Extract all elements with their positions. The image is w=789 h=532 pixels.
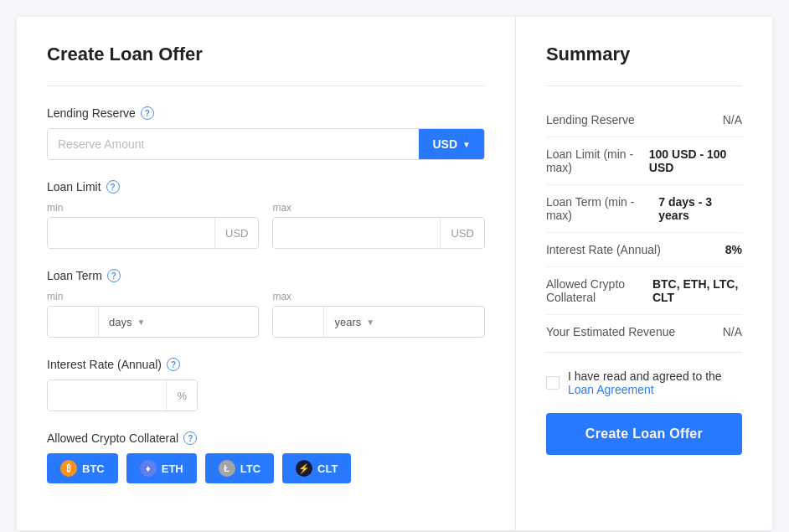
left-panel: Create Loan Offer Lending Reserve ? USD … xyxy=(17,17,516,530)
lending-reserve-section: Lending Reserve ? USD ▼ xyxy=(47,106,485,160)
agreement-checkbox[interactable] xyxy=(546,376,560,390)
eth-coin-icon: ♦ xyxy=(140,460,157,477)
summary-row: Interest Rate (Annual)8% xyxy=(546,233,742,267)
summary-row: Loan Term (min - max)7 days - 3 years xyxy=(546,185,742,233)
loan-agreement-link[interactable]: Loan Agreement xyxy=(568,383,654,396)
summary-key: Interest Rate (Annual) xyxy=(546,243,661,256)
collateral-btn-btc[interactable]: ₿BTC xyxy=(47,453,118,483)
summary-value: 100 USD - 100 USD xyxy=(649,147,742,174)
lending-reserve-help-icon[interactable]: ? xyxy=(141,106,154,120)
loan-term-min-input-group: 7 days ▼ xyxy=(47,306,259,338)
summary-row: Your Estimated RevenueN/A xyxy=(546,315,742,349)
loan-limit-max-field: max 100 USD xyxy=(272,202,484,249)
summary-value: 7 days - 3 years xyxy=(658,195,742,222)
agreement-row: I have read and agreed to the Loan Agree… xyxy=(546,369,742,396)
loan-term-min-label: min xyxy=(47,291,259,302)
summary-row: Loan Limit (min - max)100 USD - 100 USD xyxy=(546,137,742,185)
summary-key: Allowed Crypto Collateral xyxy=(546,277,652,304)
loan-limit-min-input[interactable]: 100 xyxy=(48,218,214,248)
right-panel: Summary Lending ReserveN/ALoan Limit (mi… xyxy=(516,17,772,530)
loan-term-help-icon[interactable]: ? xyxy=(107,269,121,282)
loan-term-label: Loan Term ? xyxy=(47,269,485,282)
summary-key: Loan Limit (min - max) xyxy=(546,147,649,174)
loan-term-min-input[interactable]: 7 xyxy=(48,307,98,337)
loan-limit-min-suffix: USD xyxy=(214,218,258,248)
loan-term-min-unit-dropdown[interactable]: days ▼ xyxy=(98,307,155,337)
top-divider xyxy=(47,85,485,86)
loan-term-max-label: max xyxy=(272,291,484,302)
summary-value: N/A xyxy=(723,325,742,338)
summary-value: BTC, ETH, LTC, CLT xyxy=(652,277,742,304)
loan-limit-min-field: min 100 USD xyxy=(47,202,259,249)
summary-key: Your Estimated Revenue xyxy=(546,325,675,338)
loan-term-row: min 7 days ▼ max 3 years xyxy=(47,291,485,338)
loan-limit-max-input-group: 100 USD xyxy=(272,217,484,249)
summary-value: N/A xyxy=(723,113,742,127)
summary-bottom-divider xyxy=(546,352,742,353)
ltc-coin-icon: Ł xyxy=(219,460,235,477)
loan-limit-max-suffix: USD xyxy=(440,218,483,248)
loan-limit-help-icon[interactable]: ? xyxy=(106,180,120,194)
chevron-down-icon: ▼ xyxy=(366,318,374,327)
page-title: Create Loan Offer xyxy=(47,44,485,65)
loan-term-min-field: min 7 days ▼ xyxy=(47,291,259,338)
collateral-btn-ltc[interactable]: ŁLTC xyxy=(205,453,274,483)
loan-limit-min-input-group: 100 USD xyxy=(47,217,259,249)
loan-limit-max-input[interactable]: 100 xyxy=(273,218,440,248)
collateral-buttons: ₿BTC♦ETHŁLTC⚡CLT xyxy=(47,453,485,483)
loan-limit-min-label: min xyxy=(47,202,259,214)
interest-rate-input-group: 8 % xyxy=(47,380,198,411)
summary-row: Lending ReserveN/A xyxy=(546,103,742,137)
interest-rate-suffix: % xyxy=(166,380,197,411)
loan-limit-max-label: max xyxy=(272,202,484,214)
summary-key: Lending Reserve xyxy=(546,113,635,127)
collateral-section: Allowed Crypto Collateral ? ₿BTC♦ETHŁLTC… xyxy=(47,431,485,483)
loan-limit-label: Loan Limit ? xyxy=(47,180,485,194)
reserve-amount-input[interactable] xyxy=(48,129,419,159)
chevron-down-icon: ▼ xyxy=(462,140,471,149)
loan-term-max-unit-dropdown[interactable]: years ▼ xyxy=(323,307,384,337)
collateral-btn-eth[interactable]: ♦ETH xyxy=(126,453,197,483)
lending-reserve-input-group: USD ▼ xyxy=(47,128,485,160)
summary-divider xyxy=(546,85,742,86)
chevron-down-icon: ▼ xyxy=(137,318,145,327)
summary-key: Loan Term (min - max) xyxy=(546,195,658,222)
loan-term-max-input-group: 3 years ▼ xyxy=(272,306,484,338)
app-container: Create Loan Offer Lending Reserve ? USD … xyxy=(17,17,772,530)
summary-row: Allowed Crypto CollateralBTC, ETH, LTC, … xyxy=(546,267,742,315)
create-loan-offer-button[interactable]: Create Loan Offer xyxy=(546,413,742,455)
btc-coin-icon: ₿ xyxy=(60,460,77,477)
interest-rate-input[interactable]: 8 xyxy=(48,380,166,411)
loan-limit-row: min 100 USD max 100 USD xyxy=(47,202,485,249)
summary-rows: Lending ReserveN/ALoan Limit (min - max)… xyxy=(546,103,742,349)
interest-rate-label: Interest Rate (Annual) ? xyxy=(47,358,485,371)
clt-coin-icon: ⚡ xyxy=(296,460,312,477)
summary-value: 8% xyxy=(725,243,742,256)
loan-term-section: Loan Term ? min 7 days ▼ max xyxy=(47,269,485,338)
currency-dropdown-button[interactable]: USD ▼ xyxy=(419,129,483,159)
collateral-label: Allowed Crypto Collateral ? xyxy=(47,431,485,445)
collateral-btn-clt[interactable]: ⚡CLT xyxy=(282,453,351,483)
interest-rate-help-icon[interactable]: ? xyxy=(167,358,180,371)
agreement-text: I have read and agreed to the Loan Agree… xyxy=(568,369,742,396)
interest-rate-section: Interest Rate (Annual) ? 8 % xyxy=(47,358,485,411)
loan-limit-section: Loan Limit ? min 100 USD max 100 USD xyxy=(47,180,485,249)
loan-term-max-field: max 3 years ▼ xyxy=(272,291,484,338)
lending-reserve-label: Lending Reserve ? xyxy=(47,106,485,120)
collateral-help-icon[interactable]: ? xyxy=(183,431,197,445)
summary-title: Summary xyxy=(546,44,742,65)
loan-term-max-input[interactable]: 3 xyxy=(273,307,323,337)
